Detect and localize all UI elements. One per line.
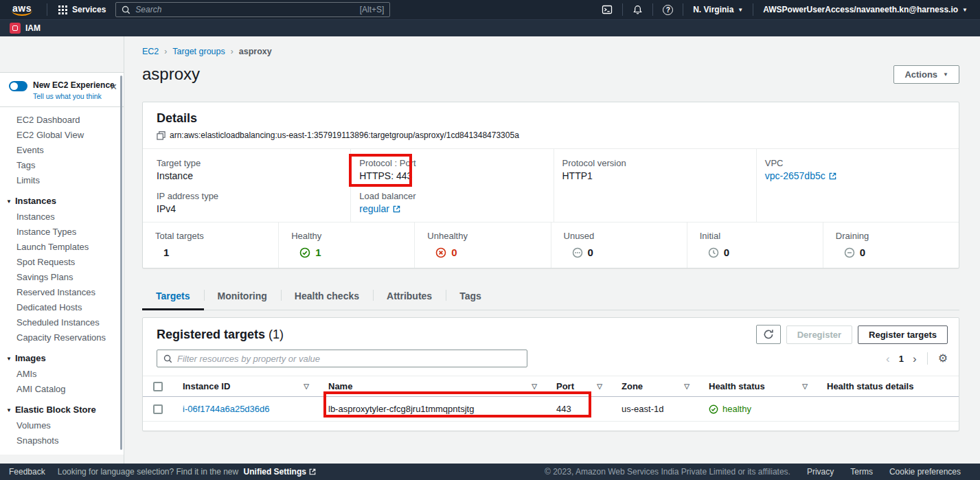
sidebar-item-spot-requests[interactable]: Spot Requests: [0, 255, 124, 270]
tab-monitoring[interactable]: Monitoring: [204, 282, 281, 310]
sidebar-item-ec2-global-view[interactable]: EC2 Global View: [0, 128, 124, 143]
actions-button[interactable]: Actions ▼: [893, 65, 959, 84]
aws-logo[interactable]: aws: [7, 1, 41, 18]
sidebar-item-capacity-reservations[interactable]: Capacity Reservations: [0, 330, 124, 345]
global-search[interactable]: [Alt+S]: [115, 2, 390, 17]
sidebar-item-dedicated-hosts[interactable]: Dedicated Hosts: [0, 300, 124, 315]
sidebar-item-savings-plans[interactable]: Savings Plans: [0, 270, 124, 285]
iam-shortcut[interactable]: IAM: [25, 23, 41, 33]
detail-tabs: Targets Monitoring Health checks Attribu…: [142, 282, 959, 310]
tab-health-checks[interactable]: Health checks: [281, 282, 373, 310]
external-link-icon: [309, 468, 316, 475]
tab-targets[interactable]: Targets: [142, 282, 204, 310]
sidebar-item-limits[interactable]: Limits: [0, 173, 124, 188]
terms-link[interactable]: Terms: [850, 467, 873, 477]
top-nav-primary: aws Services [Alt+S]: [0, 0, 980, 19]
breadcrumb-ec2[interactable]: EC2: [142, 47, 159, 56]
sidebar-section-instances[interactable]: ▼Instances: [0, 194, 124, 209]
region-label: N. Virginia: [693, 5, 733, 14]
copy-icon[interactable]: [157, 131, 166, 140]
stat-label: Draining: [836, 231, 946, 241]
refresh-icon: [763, 329, 774, 340]
chevron-right-icon: ›: [231, 47, 233, 56]
field-label: VPC: [765, 158, 950, 168]
account-menu[interactable]: AWSPowerUserAccess/navaneeth.kn@harness.…: [759, 5, 972, 14]
sidebar-item-volumes[interactable]: Volumes: [0, 418, 124, 433]
cloudshell-button[interactable]: [597, 4, 617, 15]
healthy-count: 1: [315, 247, 321, 258]
iam-service-icon: [10, 23, 21, 34]
deregister-button[interactable]: Deregister: [786, 325, 852, 344]
sort-icon[interactable]: ▽: [802, 382, 808, 390]
tell-us-link[interactable]: Tell us what you think: [33, 92, 115, 100]
breadcrumb-current: asproxy: [239, 47, 272, 56]
unified-settings-link[interactable]: Unified Settings: [244, 467, 316, 477]
sidebar-item-ec2-dashboard[interactable]: EC2 Dashboard: [0, 113, 124, 128]
sidebar-section-images[interactable]: ▼Images: [0, 351, 124, 367]
chevron-down-icon: ▼: [6, 356, 12, 362]
sidebar-item-launch-templates[interactable]: Launch Templates: [0, 240, 124, 255]
column-header-instance-id: Instance ID: [183, 381, 230, 391]
sort-icon[interactable]: ▽: [684, 382, 690, 390]
sidebar-item-snapshots[interactable]: Snapshots: [0, 433, 124, 448]
select-all-checkbox[interactable]: [153, 382, 163, 391]
load-balancer-link[interactable]: regular: [359, 203, 389, 214]
field-label: Protocol version: [562, 158, 748, 168]
sort-icon[interactable]: ▽: [532, 382, 537, 390]
cookie-preferences-link[interactable]: Cookie preferences: [889, 467, 961, 477]
total-targets-value: 1: [163, 247, 169, 258]
notifications-button[interactable]: [628, 5, 647, 15]
search-input[interactable]: [135, 5, 354, 14]
nav-divider: [622, 3, 623, 16]
filter-box[interactable]: [157, 350, 527, 367]
field-label: Load balancer: [359, 191, 545, 201]
row-checkbox[interactable]: [153, 404, 163, 414]
field-label: Protocol : Port: [359, 158, 545, 168]
privacy-link[interactable]: Privacy: [807, 467, 834, 477]
unhealthy-x-icon: [435, 247, 446, 258]
sidebar-item-scheduled-instances[interactable]: Scheduled Instances: [0, 315, 124, 330]
sidebar-scrollbar[interactable]: [120, 76, 122, 450]
instance-id-link[interactable]: i-06f1744a6a25d36d6: [183, 404, 270, 414]
sort-icon[interactable]: ▽: [304, 382, 309, 390]
gear-icon[interactable]: ⚙: [938, 353, 948, 364]
register-targets-button[interactable]: Register targets: [858, 325, 948, 344]
stat-label: Total targets: [155, 231, 266, 241]
sidebar-item-tags[interactable]: Tags: [0, 158, 124, 173]
sidebar-item-reserved-instances[interactable]: Reserved Instances: [0, 285, 124, 300]
unused-count: 0: [588, 247, 593, 258]
close-icon[interactable]: ✕: [110, 82, 117, 92]
stat-label: Initial: [700, 231, 810, 241]
account-label: AWSPowerUserAccess/navaneeth.kn@harness.…: [763, 5, 958, 14]
sidebar-item-amis[interactable]: AMIs: [0, 367, 124, 382]
filter-input[interactable]: [177, 354, 521, 364]
tab-attributes[interactable]: Attributes: [373, 282, 446, 310]
previous-page-icon[interactable]: ‹: [886, 353, 890, 365]
external-link-icon: [393, 205, 400, 213]
chevron-down-icon: ▼: [943, 71, 948, 78]
new-experience-toggle[interactable]: [9, 81, 27, 91]
sidebar-item-ami-catalog[interactable]: AMI Catalog: [0, 382, 124, 397]
help-button[interactable]: ?: [659, 5, 677, 15]
services-menu-button[interactable]: Services: [53, 5, 111, 14]
feedback-link[interactable]: Feedback: [9, 467, 45, 477]
services-grid-icon: [58, 5, 67, 14]
region-selector[interactable]: N. Virginia ▼: [689, 5, 747, 14]
sidebar-item-instance-types[interactable]: Instance Types: [0, 225, 124, 240]
sidebar-item-events[interactable]: Events: [0, 143, 124, 158]
sidebar-item-instances[interactable]: Instances: [0, 209, 124, 225]
next-page-icon[interactable]: ›: [913, 353, 917, 365]
search-icon: [163, 354, 172, 363]
initial-count: 0: [724, 247, 729, 258]
chevron-down-icon: ▼: [962, 7, 968, 13]
target-health-summary: Total targets 1 Healthy 1 Unhealthy: [143, 222, 959, 268]
vpc-link[interactable]: vpc-2657db5c: [765, 170, 825, 181]
ip-address-type-value: IPv4: [157, 203, 342, 214]
sidebar-section-ebs[interactable]: ▼Elastic Block Store: [0, 402, 124, 418]
page-number[interactable]: 1: [899, 354, 904, 364]
breadcrumb-target-groups[interactable]: Target groups: [172, 47, 225, 56]
tab-tags[interactable]: Tags: [446, 282, 495, 310]
refresh-button[interactable]: [756, 325, 781, 344]
sort-icon[interactable]: ▽: [597, 382, 602, 390]
target-type-value: Instance: [157, 170, 342, 181]
